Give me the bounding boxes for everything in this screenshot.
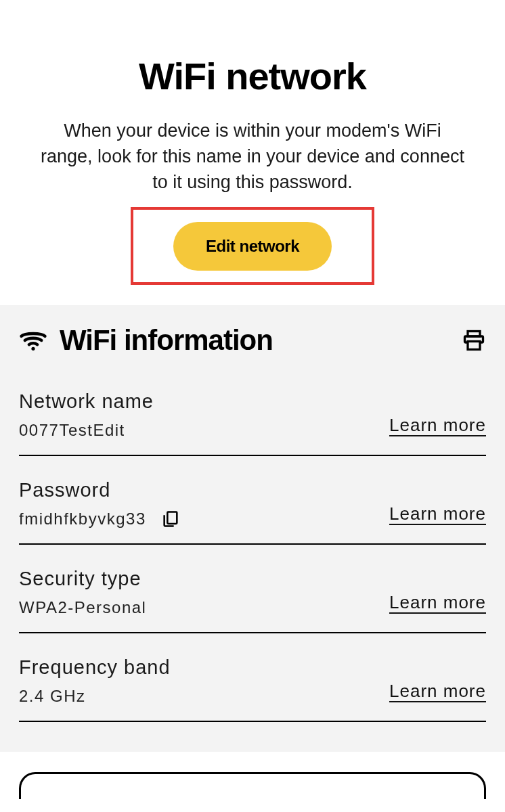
print-icon[interactable] — [462, 328, 486, 353]
learn-more-security-type[interactable]: Learn more — [389, 592, 486, 613]
password-label: Password — [19, 479, 180, 501]
wifi-info-section: WiFi information Network name 0077TestEd… — [0, 305, 505, 752]
network-name-row: Network name 0077TestEdit Learn more — [19, 390, 486, 456]
password-value: fmidhfkbyvkg33 — [19, 510, 146, 528]
network-name-value: 0077TestEdit — [19, 421, 125, 440]
svg-rect-3 — [167, 512, 177, 524]
page-description: When your device is within your modem's … — [34, 118, 471, 195]
wifi-icon — [19, 326, 47, 355]
password-row: Password fmidhfkbyvkg33 Learn more — [19, 479, 486, 545]
svg-point-0 — [31, 347, 35, 351]
section-title: WiFi information — [60, 324, 273, 357]
edit-network-button[interactable]: Edit network — [173, 222, 332, 271]
frequency-band-row: Frequency band 2.4 GHz Learn more — [19, 656, 486, 722]
frequency-band-value: 2.4 GHz — [19, 687, 86, 706]
learn-more-password[interactable]: Learn more — [389, 503, 486, 524]
next-section-panel — [19, 772, 486, 799]
learn-more-network-name[interactable]: Learn more — [389, 415, 486, 436]
svg-rect-2 — [468, 342, 480, 350]
edit-button-highlight: Edit network — [131, 207, 374, 285]
page-title: WiFi network — [34, 54, 471, 98]
security-type-row: Security type WPA2-Personal Learn more — [19, 568, 486, 633]
security-type-label: Security type — [19, 568, 146, 590]
network-name-label: Network name — [19, 390, 154, 413]
security-type-value: WPA2-Personal — [19, 598, 146, 617]
copy-icon[interactable] — [161, 510, 180, 528]
learn-more-frequency-band[interactable]: Learn more — [389, 681, 486, 702]
frequency-band-label: Frequency band — [19, 656, 171, 679]
